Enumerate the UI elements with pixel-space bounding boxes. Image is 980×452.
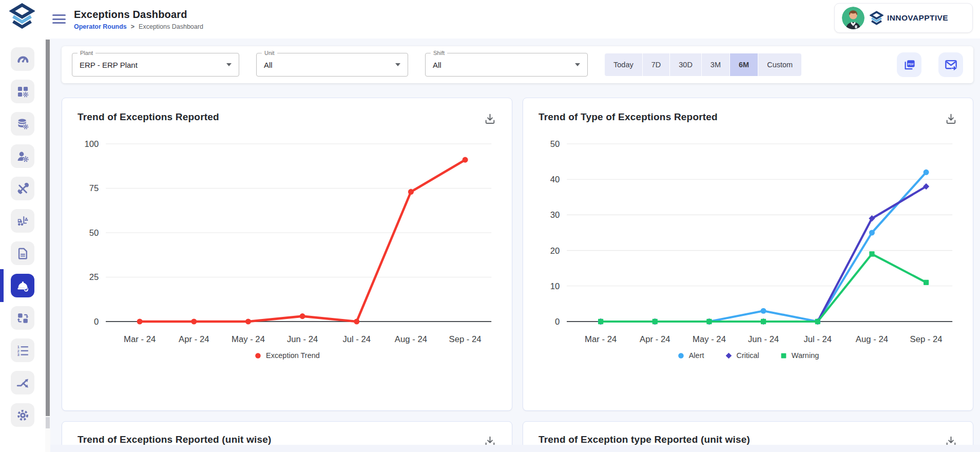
vertical-scrollbar[interactable] [45,39,50,452]
chart-title: Trend of Exceptions Reported (unit wise) [78,434,271,445]
range-button-custom[interactable]: Custom [758,53,801,76]
sidebar-item-maintenance-tools[interactable] [11,177,34,200]
range-button-7d[interactable]: 7D [643,53,670,76]
sidebar-item-task-list[interactable]: 123 [11,338,34,362]
legend-item-critical: Critical [725,351,759,360]
title-block: Exceptions Dashboard Operator Rounds > E… [74,9,203,30]
unit-select-label: Unit [262,50,277,56]
svg-text:Jun - 24: Jun - 24 [748,334,779,344]
profile-card[interactable]: INNOVAPPTIVE [834,3,973,33]
sidebar-item-operator-rounds[interactable] [11,274,34,297]
brand-name: INNOVAPPTIVE [887,13,948,23]
svg-text:0: 0 [94,317,99,327]
sidebar-item-user-management[interactable] [11,144,34,168]
gear-icon [16,408,30,422]
svg-text:May - 24: May - 24 [232,334,265,344]
plant-select[interactable]: Plant ERP - ERP Plant [72,53,239,77]
range-button-30d[interactable]: 30D [670,53,702,76]
svg-text:Apr - 24: Apr - 24 [179,334,209,344]
chart-card-exception-types: Trend of Type of Exceptions Reported 010… [523,98,973,411]
sidebar-item-logistics[interactable] [11,209,34,233]
breadcrumb: Operator Rounds > Exceptions Dashboard [74,23,203,30]
pdf-export-button[interactable]: PDF [897,52,921,77]
sidebar: 123 [0,0,45,452]
innovapptive-logo-icon [870,11,883,26]
chart-legend: Exception Trend [78,351,496,360]
horizontal-scrollbar-track[interactable] [50,445,980,452]
route-split-icon [16,376,30,390]
dropdown-arrow-icon [575,63,580,66]
unit-select-value: All [264,61,273,69]
download-chart-button[interactable] [945,112,957,127]
svg-text:Apr - 24: Apr - 24 [640,334,670,344]
breadcrumb-link-operator-rounds[interactable]: Operator Rounds [74,23,127,30]
legend-item-exception-trend: Exception Trend [254,351,320,360]
range-button-3m[interactable]: 3M [702,53,730,76]
hard-hat-check-icon [16,279,30,293]
legend-marker-icon [677,352,685,360]
header: Exceptions Dashboard Operator Rounds > E… [50,0,980,39]
page-title: Exceptions Dashboard [74,9,203,21]
svg-text:Jul - 24: Jul - 24 [342,334,371,344]
forklift-icon [16,214,30,228]
sidebar-item-master-data[interactable] [11,112,34,136]
svg-text:100: 100 [84,139,99,149]
filter-bar: Plant ERP - ERP Plant Unit All Shift All… [62,46,973,83]
download-icon [945,112,957,125]
svg-text:3: 3 [17,352,19,357]
svg-text:20: 20 [550,246,560,255]
plant-select-label: Plant [78,50,95,56]
chart-legend: AlertCriticalWarning [539,351,957,360]
download-chart-button[interactable] [484,112,496,127]
range-button-today[interactable]: Today [605,53,643,76]
sidebar-item-modules[interactable] [11,80,34,103]
chart-card-exception-trend: Trend of Exceptions Reported 0255075100M… [62,98,512,411]
gauge-icon [16,52,30,66]
shift-select-label: Shift [431,50,447,56]
sidebar-item-workflow-routing[interactable] [11,371,34,394]
svg-text:0: 0 [555,317,560,327]
report-actions: PDF [897,52,963,77]
sync-boxes-icon [16,311,30,325]
svg-text:25: 25 [89,272,99,282]
legend-item-warning: Warning [780,351,819,360]
charts-row: Trend of Exceptions Reported 0255075100M… [62,98,973,411]
shift-select[interactable]: Shift All [425,53,588,77]
svg-text:Jul - 24: Jul - 24 [803,334,832,344]
sidebar-item-forms[interactable] [11,241,34,265]
sidebar-item-integrations[interactable] [11,306,34,330]
chart-title: Trend of Type of Exceptions Reported [539,111,718,123]
svg-text:30: 30 [550,210,560,220]
line-chart-exception-trend: 0255075100Mar - 24Apr - 24May - 24Jun - … [78,133,496,350]
svg-text:Mar - 24: Mar - 24 [124,334,156,344]
dropdown-arrow-icon [226,63,232,66]
unit-select[interactable]: Unit All [256,53,408,77]
svg-text:Jun - 24: Jun - 24 [287,334,318,344]
breadcrumb-current: Exceptions Dashboard [139,23,203,30]
svg-text:40: 40 [550,175,560,184]
email-report-icon [944,58,958,72]
menu-icon[interactable] [52,14,66,26]
dropdown-arrow-icon [395,63,400,66]
brand: INNOVAPPTIVE [870,11,948,26]
app-logo [8,3,36,30]
svg-text:Sep - 24: Sep - 24 [449,334,482,344]
tools-icon [16,182,30,196]
range-button-6m[interactable]: 6M [730,53,758,76]
database-gear-icon [16,117,30,131]
svg-text:75: 75 [89,183,99,193]
sidebar-item-dashboard[interactable] [11,47,34,71]
chart-title: Trend of Exceptions Reported [78,111,219,123]
svg-text:PDF: PDF [908,62,914,65]
legend-marker-icon [254,352,262,360]
legend-item-alert: Alert [677,351,704,360]
sidebar-item-settings[interactable] [11,403,34,427]
email-report-button[interactable] [938,52,963,77]
svg-text:Aug - 24: Aug - 24 [856,334,888,344]
pdf-export-icon: PDF [902,58,916,72]
svg-text:Sep - 24: Sep - 24 [910,334,943,344]
breadcrumb-separator: > [131,23,134,30]
scrollbar-thumb[interactable] [46,40,50,416]
sidebar-nav: 123 [0,47,45,427]
svg-text:Aug - 24: Aug - 24 [395,334,427,344]
